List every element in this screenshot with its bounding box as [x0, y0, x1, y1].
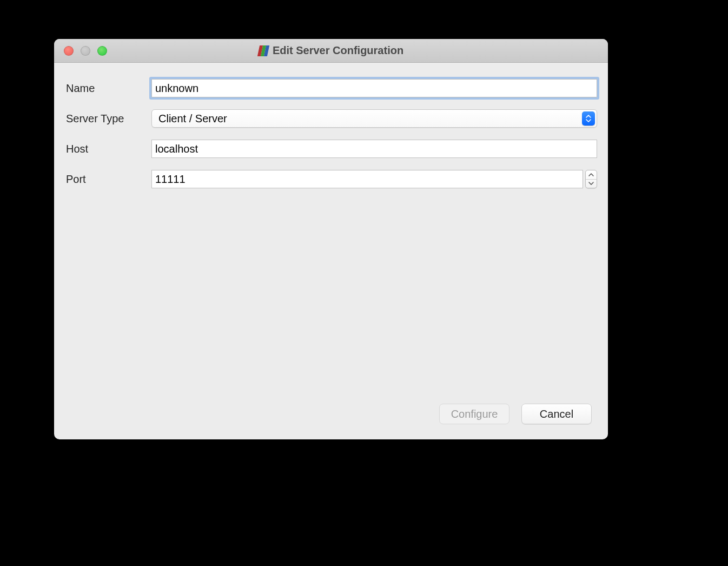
button-row: Configure Cancel	[65, 404, 597, 429]
port-label: Port	[65, 173, 151, 186]
configure-button-label: Configure	[451, 408, 498, 420]
minimize-window-button[interactable]	[81, 46, 90, 56]
close-window-button[interactable]	[64, 46, 74, 56]
host-label: Host	[65, 143, 151, 155]
select-arrows-icon[interactable]	[582, 111, 595, 126]
title-center: Edit Server Configuration	[259, 44, 403, 57]
host-input[interactable]	[151, 140, 597, 158]
form: Name Server Type Client / Server Host Po…	[65, 79, 597, 188]
name-label: Name	[65, 82, 151, 95]
port-step-up-button[interactable]	[586, 170, 597, 180]
chevron-down-icon	[588, 182, 594, 185]
port-step-down-button[interactable]	[586, 180, 597, 188]
configure-button[interactable]: Configure	[439, 404, 509, 424]
app-icon	[257, 45, 269, 56]
dialog-window: Edit Server Configuration Name Server Ty…	[54, 39, 608, 439]
port-stepper	[585, 170, 597, 188]
server-type-select[interactable]: Client / Server	[151, 109, 597, 128]
name-field-wrap	[151, 79, 597, 97]
traffic-lights	[64, 46, 107, 56]
port-field-wrap	[151, 170, 597, 188]
server-type-label: Server Type	[65, 113, 151, 125]
port-input[interactable]	[151, 170, 583, 188]
host-field-wrap	[151, 140, 597, 158]
chevron-up-icon	[588, 173, 594, 176]
name-input[interactable]	[151, 79, 597, 97]
dialog-content: Name Server Type Client / Server Host Po…	[54, 63, 608, 439]
cancel-button[interactable]: Cancel	[521, 404, 592, 424]
cancel-button-label: Cancel	[540, 408, 573, 420]
zoom-window-button[interactable]	[97, 46, 107, 56]
server-type-field-wrap: Client / Server	[151, 109, 597, 128]
server-type-value: Client / Server	[158, 113, 227, 125]
window-title: Edit Server Configuration	[273, 44, 403, 57]
titlebar: Edit Server Configuration	[54, 39, 608, 63]
